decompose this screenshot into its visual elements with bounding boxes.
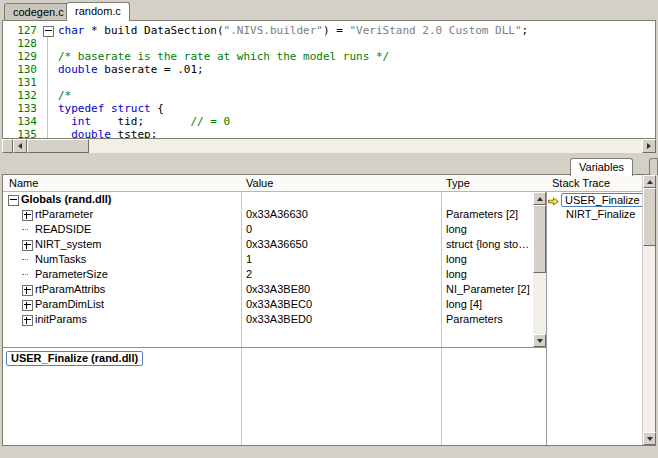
code-area[interactable]: 127char * build DataSection(".NIVS.build… [3,24,655,139]
scroll-left-button[interactable] [13,139,27,153]
scroll-right-button[interactable] [642,139,656,153]
variable-name: rtParamAttribs [35,282,105,297]
variable-value: 1 [246,252,252,267]
line-number[interactable]: 129 [3,50,43,63]
h-scrollbar-thumb[interactable] [27,139,89,153]
variables-list: Globals (rand.dll)rtParameter0x33A36630P… [3,192,533,327]
variable-row[interactable]: NIRT_system0x33A36650struct {long stopEx… [3,237,533,252]
tab-codegen-c[interactable]: codegen.c [4,3,73,20]
document-tabstrip: codegen.c random.c [2,0,656,20]
variable-type: struct {long stopExec... [446,237,532,252]
tree-collapse-icon[interactable] [8,195,19,206]
splitter-grip[interactable] [2,139,13,153]
scroll-up-button[interactable] [643,175,656,188]
scroll-up-button[interactable] [533,192,546,205]
variable-name: NumTasks [35,252,86,267]
up-arrow-icon [647,180,653,184]
tree-expand-icon[interactable] [22,240,33,251]
section-user-finalize-label[interactable]: USER_Finalize (rand.dll) [6,351,143,366]
line-number[interactable]: 131 [3,76,43,89]
code-text: typedef struct { [58,102,164,115]
h-scrollbar[interactable] [2,139,656,153]
fold-collapse-icon[interactable] [43,26,54,37]
tree-expand-icon[interactable] [22,285,33,296]
left-arrow-icon [18,143,22,149]
tree-line [22,229,28,230]
line-number[interactable]: 128 [3,37,43,50]
debugger-window: { "tabs": { "items": [ { "label": "codeg… [0,0,658,458]
variable-name: initParams [35,312,87,327]
code-editor[interactable]: 127char * build DataSection(".NIVS.build… [2,20,656,139]
code-text: /* baserate is the rate at which the mod… [58,50,389,63]
code-line: 127char * build DataSection(".NIVS.build… [3,24,655,37]
line-number[interactable]: 134 [3,115,43,128]
down-arrow-icon [647,437,653,441]
stack-frame[interactable]: USER_Finalize [547,192,642,207]
variable-row[interactable]: NumTasks1long [3,252,533,267]
variables-panel: Name Value Type Stack Trace Globals (ran… [2,174,656,446]
column-header-type: Type [446,177,470,189]
tab-variables[interactable]: Variables [570,158,633,176]
code-line: 128 [3,37,655,50]
variable-type: long [4] [446,297,532,312]
line-number[interactable]: 127 [3,24,43,37]
code-text: char * build DataSection(".NIVS.builder"… [58,24,528,37]
tree-line [22,259,28,260]
v-scrollbar-thumb[interactable] [533,205,546,273]
code-line: 134 int tid; // = 0 [3,115,655,128]
column-header-name: Name [9,177,38,189]
variable-row[interactable]: initParams0x33A3BED0Parameters [3,312,533,327]
variable-type: long [446,222,532,237]
tab-random-c[interactable]: random.c [66,2,130,21]
fold-gutter [43,115,58,128]
variable-type: Parameters [2] [446,207,532,222]
scroll-down-button[interactable] [533,334,546,347]
tree-expand-icon[interactable] [22,300,33,311]
stack-trace-list: USER_FinalizeNIRT_Finalize [547,192,642,222]
variable-name: rtParameter [35,207,93,222]
code-line: 129/* baserate is the rate at which the … [3,50,655,63]
line-number[interactable]: 135 [3,128,43,139]
line-number[interactable]: 132 [3,89,43,102]
fold-gutter [43,50,58,63]
table-header: Name Value Type Stack Trace [3,175,655,192]
section-divider [3,347,546,348]
up-arrow-icon [537,197,543,201]
variable-row[interactable]: rtParameter0x33A36630Parameters [2] [3,207,533,222]
scroll-down-button[interactable] [643,432,656,445]
stack-trace-header: Stack Trace [552,177,610,189]
stack-scrollbar[interactable] [642,175,655,445]
fold-gutter [43,102,58,115]
variable-type: long [446,252,532,267]
line-number[interactable]: 133 [3,102,43,115]
code-line: 131 [3,76,655,89]
variable-row[interactable]: rtParamAttribs0x33A3BE80NI_Parameter [2] [3,282,533,297]
code-line: 130double baserate = .01; [3,63,655,76]
variable-name: NIRT_system [35,237,101,252]
fold-gutter [43,63,58,76]
code-line: 133typedef struct { [3,102,655,115]
variable-value: 0 [246,222,252,237]
variable-row[interactable]: ParameterSize2long [3,267,533,282]
stack-frame[interactable]: NIRT_Finalize [547,207,642,222]
code-line: 132/* [3,89,655,102]
variable-type: long [446,267,532,282]
variable-row[interactable]: Globals (rand.dll) [3,192,533,207]
v-scrollbar-thumb[interactable] [643,188,656,246]
code-text: int tid; // = 0 [58,115,230,128]
line-number[interactable]: 130 [3,63,43,76]
fold-gutter [43,76,58,89]
variable-value: 2 [246,267,252,282]
tree-expand-icon[interactable] [22,315,33,326]
code-text: double tstep; [58,128,157,139]
code-text: /* [58,89,71,102]
variables-scrollbar[interactable] [533,192,546,347]
variable-value: 0x33A3BEC0 [246,297,312,312]
variable-name: READSIDE [35,222,91,237]
variable-value: 0x33A36650 [246,237,308,252]
variable-row[interactable]: ParamDimList0x33A3BEC0long [4] [3,297,533,312]
tab-partial[interactable] [649,158,658,175]
variable-row[interactable]: READSIDE0long [3,222,533,237]
tree-expand-icon[interactable] [22,210,33,221]
code-line: 135 double tstep; [3,128,655,139]
